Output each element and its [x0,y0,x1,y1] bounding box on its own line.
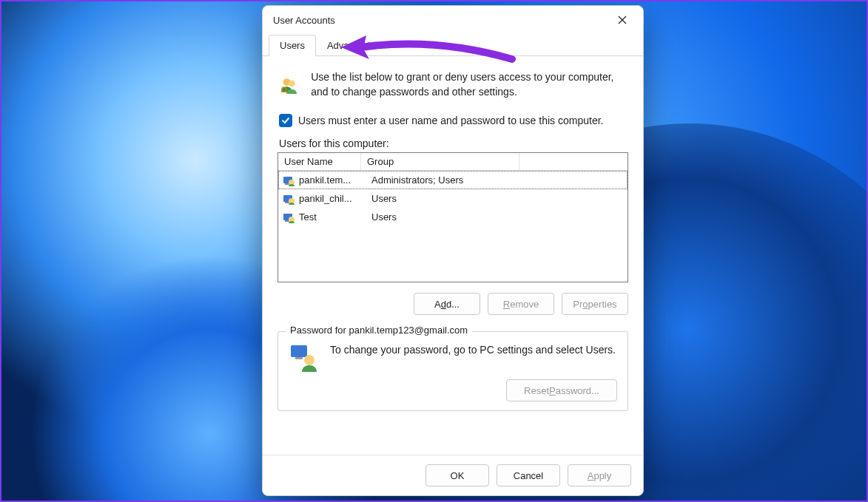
checkmark-icon [281,116,290,125]
password-group: Password for pankil.temp123@gmail.com To… [277,331,628,411]
intro-row: Use the list below to grant or deny user… [279,69,627,102]
user-icon [283,174,295,186]
cell-username: Test [297,208,366,225]
list-header: User Name Group [278,153,628,171]
require-password-label: Users must enter a user name and passwor… [298,115,603,126]
password-group-legend: Password for pankil.temp123@gmail.com [286,325,472,336]
reset-password-button[interactable]: Reset Password... [506,379,617,401]
intro-text: Use the list below to grant or deny user… [311,69,627,100]
tabstrip: Users Advanced [263,34,643,56]
password-group-text: To change your password, go to PC settin… [330,342,616,357]
password-user-icon [289,342,318,372]
user-icon [283,193,295,205]
col-header-username[interactable]: User Name [278,153,361,170]
tab-users[interactable]: Users [269,35,316,56]
user-accounts-window: User Accounts Users Advanced Use the lis… [262,5,644,496]
col-header-group[interactable]: Group [361,153,519,170]
users-listbox[interactable]: User Name Group pankil.tem... Administra… [277,152,628,282]
cell-group: Users [366,208,628,225]
require-password-checkbox[interactable] [279,114,292,127]
users-list-label: Users for this computer: [279,138,627,149]
ok-button[interactable]: OK [425,464,489,486]
user-icon [283,211,295,223]
list-item[interactable]: Test Users [278,208,628,226]
window-title: User Accounts [273,15,335,26]
user-buttons-row: Add... Remove Properties [277,293,628,315]
users-icon [279,69,299,102]
cell-username: pankil_chil... [297,190,366,207]
cell-group: Administrators; Users [366,172,628,189]
col-header-spacer [519,153,626,170]
svg-rect-13 [291,345,307,357]
close-icon [618,16,627,24]
add-button[interactable]: Add... [414,293,480,315]
list-item[interactable]: pankil.tem... Administrators; Users [278,171,628,189]
properties-button[interactable]: Properties [562,293,628,315]
tab-panel-users: Use the list below to grant or deny user… [263,56,643,455]
svg-point-15 [304,355,314,365]
dialog-footer: OK Cancel Apply [263,455,643,495]
cell-group: Users [366,190,628,207]
remove-button[interactable]: Remove [488,293,554,315]
apply-button[interactable]: Apply [568,464,631,486]
tab-advanced[interactable]: Advanced [316,35,381,56]
titlebar[interactable]: User Accounts [263,6,643,34]
cancel-button[interactable]: Cancel [497,464,560,486]
require-password-row: Users must enter a user name and passwor… [279,114,627,127]
cell-username: pankil.tem... [297,172,366,189]
close-button[interactable] [608,9,637,31]
svg-rect-14 [295,357,303,359]
svg-point-1 [289,81,295,87]
list-item[interactable]: pankil_chil... Users [278,189,628,208]
